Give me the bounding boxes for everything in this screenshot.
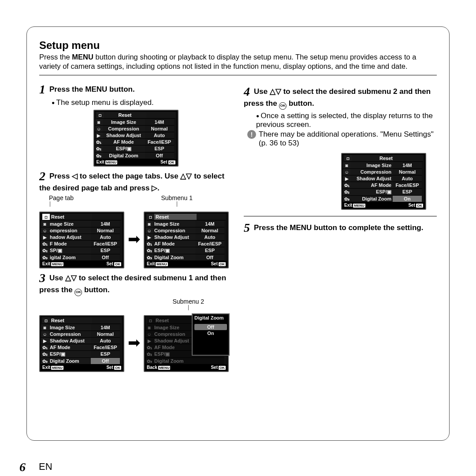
note-text: There may be additional operations. "Men… — [259, 130, 437, 148]
step-3: 3 Use △▽ to select the desired submenu 1… — [39, 271, 232, 372]
screen-step4: ◘Reset ◙Image Size14M☺CompressionNormal▶… — [341, 153, 426, 210]
step-4-note: ! There may be additional operations. "M… — [247, 130, 437, 148]
step-1-title: Press the MENU button. — [49, 85, 135, 93]
menu-item-label: Digital Zoom — [350, 196, 393, 202]
divider — [39, 75, 437, 75]
step-1-number: 1 — [39, 82, 45, 96]
menu-item-label: Image Size — [350, 162, 393, 169]
tab-icon: ✿₂ — [95, 145, 103, 152]
popup-title: Digital Zoom — [193, 314, 229, 321]
tab-icon: ◘ — [42, 317, 50, 324]
menu-item-value: Face/iESP — [145, 139, 174, 145]
left-triangle-icon: ◁ — [72, 172, 78, 180]
tab-icon: ◘ — [344, 155, 352, 162]
menu-item-label: ESP/▣ — [48, 351, 91, 358]
menu-item-value: Normal — [393, 169, 422, 175]
step-4-number: 4 — [244, 85, 250, 98]
menu-item-label: Compression — [350, 169, 393, 175]
tab-icon: ◙ — [145, 221, 153, 227]
tab-icon: ☺ — [145, 331, 153, 338]
menu-item-label: AF Mode — [103, 139, 145, 145]
content-frame: Setup menu Press the MENU button during … — [26, 26, 450, 441]
up-triangle-icon: △ — [180, 172, 186, 180]
down-triangle-icon: ▽ — [186, 172, 192, 180]
menu-item-value: 14M — [393, 162, 422, 169]
tab-icon: ✿₁ — [41, 241, 48, 247]
menu-item-label: Compression — [153, 227, 195, 234]
up-triangle-icon: △ — [270, 87, 275, 96]
menu-item-label: Shadow Adjust — [350, 175, 393, 182]
tab-icon: ✿₂ — [145, 247, 153, 254]
menu-item-label: Image Size — [153, 324, 195, 331]
menu-item-label: Digital Zoom — [153, 254, 195, 261]
label-page-tab: Page tab — [49, 194, 74, 201]
step-2-title: Press ◁ to select the page tabs. Use △▽ … — [39, 172, 224, 192]
label-submenu-1: Submenu 1 — [161, 194, 193, 201]
page-language: EN — [39, 461, 52, 472]
arrow-right-icon: ➡ — [128, 335, 140, 350]
arrow-right-icon: ➡ — [128, 231, 140, 246]
step-5-title: Press the MENU button to complete the se… — [254, 223, 423, 232]
tab-icon: ◘ — [147, 317, 154, 324]
menu-item-value: ESP — [195, 247, 224, 254]
menu-item-value: 14M — [91, 324, 120, 331]
intro-text-a: Press the — [39, 53, 72, 61]
step-5: 5 Press the MENU button to complete the … — [244, 221, 437, 235]
menu-item-label: ESP/▣ — [153, 351, 195, 358]
menu-item-label: Shadow Adjust — [153, 234, 195, 241]
menu-item-value: Auto — [393, 175, 422, 182]
tab-icon: ✿₃ — [41, 254, 48, 261]
step-1-sub: The setup menu is displayed. — [52, 98, 232, 107]
tab-icon: ☺ — [343, 169, 350, 175]
right-triangle-icon: ▷ — [152, 184, 157, 192]
tab-icon: ✿₃ — [145, 358, 153, 364]
tab-icon: ✿₃ — [145, 254, 153, 261]
label-submenu-2: Submenu 2 — [172, 298, 204, 305]
divider — [244, 216, 437, 216]
menu-item-label: F Mode — [48, 241, 91, 247]
tab-icon: ☺ — [145, 227, 153, 234]
tab-icon: ☺ — [41, 331, 48, 338]
menu-item-label: Compression — [103, 126, 145, 132]
menu-item-label: Digital Zoom — [153, 358, 195, 364]
step-4-title: Use △▽ to select the desired submenu 2 a… — [244, 87, 431, 108]
down-triangle-icon: ▽ — [275, 87, 281, 96]
step-3-number: 3 — [39, 271, 45, 285]
menu-item-value: Off — [145, 152, 174, 159]
page-title: Setup menu — [39, 39, 437, 52]
tab-icon: ✿₁ — [145, 344, 153, 351]
tab-icon: ◘ — [42, 214, 50, 220]
menu-item-value: ESP — [91, 247, 120, 254]
menu-item-label: AF Mode — [153, 241, 195, 247]
menu-item-label: Image Size — [153, 221, 195, 227]
page-number: 6 — [19, 460, 26, 474]
menu-item-label: Shadow Adjust — [48, 338, 91, 344]
menu-item-label: Compression — [48, 331, 91, 338]
menu-item-label: Shadow Adjust — [153, 338, 195, 344]
tab-icon: ✿₁ — [95, 139, 103, 145]
tab-icon: ✿₁ — [343, 182, 350, 189]
up-triangle-icon: △ — [65, 274, 71, 282]
menu-item-label: Digital Zoom — [48, 358, 91, 364]
menu-item-value: 14M — [145, 119, 174, 126]
menu-item-value: 14M — [91, 221, 120, 227]
tab-icon: ☺ — [41, 227, 48, 234]
intro-menu-word: MENU — [72, 53, 93, 61]
menu-item-value: Auto — [195, 234, 224, 241]
step-2-number: 2 — [39, 169, 45, 183]
tab-icon: ▶ — [41, 234, 48, 241]
intro-paragraph: Press the MENU button during shooting or… — [39, 52, 437, 71]
menu-item-value: Face/iESP — [91, 344, 120, 351]
menu-item-value: ESP — [145, 145, 174, 152]
tab-icon: ▶ — [145, 338, 153, 344]
tab-icon: ◙ — [41, 324, 48, 331]
menu-item-value: Auto — [91, 234, 120, 241]
step-3-title: Use △▽ to select the desired submenu 1 a… — [39, 274, 226, 294]
ok-button-icon: OK — [279, 102, 286, 110]
menu-item-label: ESP/▣ — [103, 145, 145, 152]
menu-item-label: Shadow Adjust — [103, 132, 145, 139]
menu-item-value: Face/iESP — [393, 182, 422, 189]
menu-item-label: ESP/▣ — [153, 247, 195, 254]
menu-item-value: Normal — [145, 126, 174, 132]
menu-item-value: Auto — [145, 132, 174, 139]
